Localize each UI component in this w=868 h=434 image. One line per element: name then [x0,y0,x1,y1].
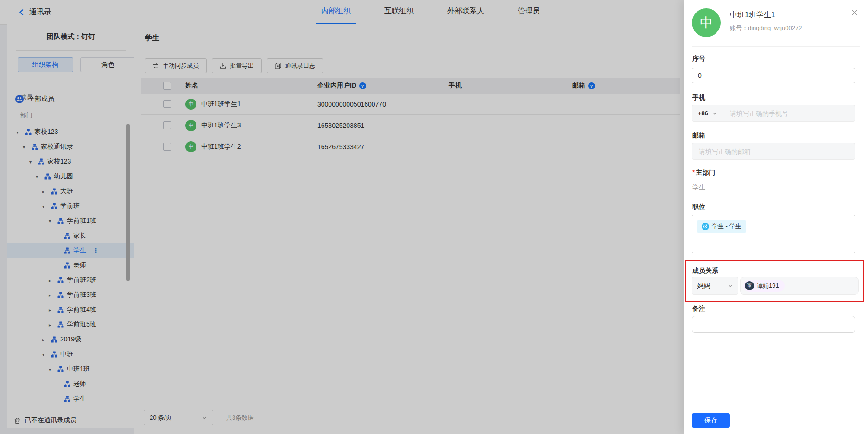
remark-label: 备注 [692,305,705,313]
close-icon[interactable] [851,9,858,16]
divider [723,110,723,117]
position-badge-icon [702,223,709,230]
email-input[interactable] [698,147,849,156]
member-name: 中班1班学生1 [730,10,775,20]
phone-field: +86 [692,105,855,122]
chevron-down-icon[interactable] [712,111,717,116]
chevron-down-icon [728,283,733,289]
phone-input[interactable] [729,109,849,118]
divider [684,407,868,407]
page: 通讯录 内部组织互联组织外部联系人管理员 团队模式：钉钉 组织架构 角色 成员 … [0,0,868,434]
main-dept-value: 学生 [692,183,705,192]
divider [692,46,860,47]
relation-member-field[interactable]: 谭 谭娟191 [740,277,859,295]
main-dept-label: *主部门 [692,169,715,177]
position-chip[interactable]: 学生 - 学生 [697,220,746,233]
modal-mask[interactable] [0,0,684,434]
position-chip-label: 学生 - 学生 [712,222,741,231]
required-asterisk: * [692,169,695,176]
remark-input[interactable] [692,316,855,333]
member-detail-drawer: 中 中班1班学生1 账号：dingding_wrju00272 序号 手机 +8… [684,0,868,434]
seq-label: 序号 [692,55,705,63]
position-label: 职位 [692,203,705,211]
main-dept-label-text: 主部门 [696,169,715,176]
relation-type-value: 妈妈 [697,282,710,290]
relation-type-select[interactable]: 妈妈 [692,277,738,295]
save-button[interactable]: 保存 [692,413,730,428]
member-account: 账号：dingding_wrju00272 [730,24,802,32]
relation-label: 成员关系 [692,267,718,275]
avatar: 中 [692,8,721,37]
email-field [692,143,855,160]
position-box[interactable]: 学生 - 学生 [692,215,855,253]
country-code-value: +86 [698,110,708,117]
relation-member-name: 谭娟191 [757,282,779,290]
relation-member-chip[interactable]: 谭 谭娟191 [743,280,785,292]
seq-input[interactable] [692,68,855,83]
email-label: 邮箱 [692,132,705,140]
phone-label: 手机 [692,94,705,102]
avatar: 谭 [745,281,754,290]
